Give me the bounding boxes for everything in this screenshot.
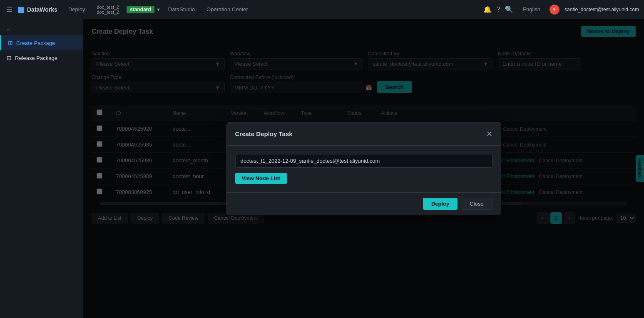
modal-close-button[interactable]: ✕ <box>486 129 492 139</box>
sidebar-item-release-package[interactable]: ⊟ Release Package <box>0 50 83 65</box>
modal-title: Create Deploy Task <box>235 130 293 137</box>
user-avatar: ♥ <box>550 5 559 15</box>
search-global-icon[interactable]: 🔍 <box>505 5 513 13</box>
nav-tab-doc-test[interactable]: doc_test_2 doc_test_2 <box>92 3 123 16</box>
help-icon[interactable]: ? <box>497 6 500 13</box>
environment-selector[interactable]: standard ▼ <box>127 6 161 13</box>
env-badge: standard <box>127 6 154 13</box>
nav-datastudio[interactable]: DataStudio <box>164 5 199 14</box>
sidebar-item-label-release: Release Package <box>15 55 57 61</box>
modal-close-action-button[interactable]: Close <box>461 198 492 210</box>
env-dropdown-arrow: ▼ <box>156 7 161 12</box>
hamburger-icon[interactable]: ☰ <box>5 4 14 15</box>
app-name: DataWorks <box>27 6 57 13</box>
nav-tab-line1: doc_test_2 <box>97 5 119 10</box>
sidebar-item-create-package[interactable]: ⊞ Create Package <box>0 35 83 50</box>
sidebar: ≡ ⊞ Create Package ⊟ Release Package <box>0 19 83 318</box>
page-layout: ≡ ⊞ Create Package ⊟ Release Package Cre… <box>0 19 644 318</box>
task-name-input[interactable] <box>235 154 492 168</box>
modal-body: View Node List <box>227 146 501 192</box>
view-node-list-button[interactable]: View Node List <box>235 173 287 184</box>
nav-operation-center[interactable]: Operation Center <box>202 5 252 14</box>
main-content: Create Deploy Task Nodes to Deploy Solut… <box>83 19 644 318</box>
nav-right: 🔔 ? 🔍 English ♥ santie_doctest@test.aliy… <box>483 5 639 15</box>
user-email: santie_doctest@test.aliyunid.com <box>564 7 639 12</box>
sidebar-toggle[interactable]: ≡ <box>0 22 83 35</box>
modal-header: Create Deploy Task ✕ <box>227 123 501 146</box>
nav-tab-line2: doc_test_2 <box>97 10 119 15</box>
notification-icon[interactable]: 🔔 <box>483 5 492 13</box>
top-navigation: ☰ ▦ DataWorks Deploy doc_test_2 doc_test… <box>0 0 644 19</box>
create-deploy-task-modal: Create Deploy Task ✕ View Node List Depl… <box>226 122 501 215</box>
modal-footer: Deploy Close <box>227 192 501 215</box>
sidebar-item-label-create: Create Package <box>16 40 55 46</box>
dataworks-logo-icon: ▦ <box>17 5 25 14</box>
logo: ▦ DataWorks <box>17 5 57 14</box>
nav-deploy[interactable]: Deploy <box>64 5 89 14</box>
modal-overlay: Create Deploy Task ✕ View Node List Depl… <box>83 19 644 318</box>
create-package-icon: ⊞ <box>8 40 13 46</box>
release-package-icon: ⊟ <box>7 55 12 61</box>
modal-deploy-button[interactable]: Deploy <box>423 198 458 210</box>
language-selector[interactable]: English <box>518 5 545 14</box>
